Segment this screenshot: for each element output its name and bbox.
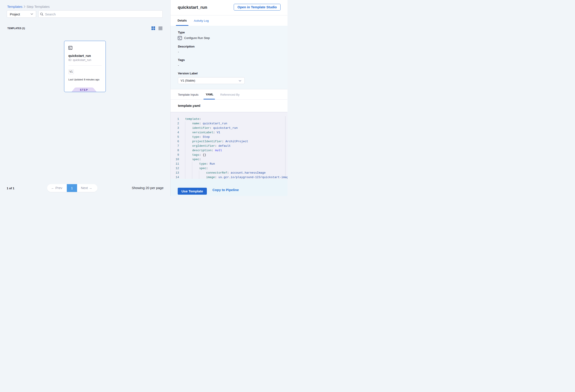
svg-text:STEP: STEP [80, 89, 88, 91]
